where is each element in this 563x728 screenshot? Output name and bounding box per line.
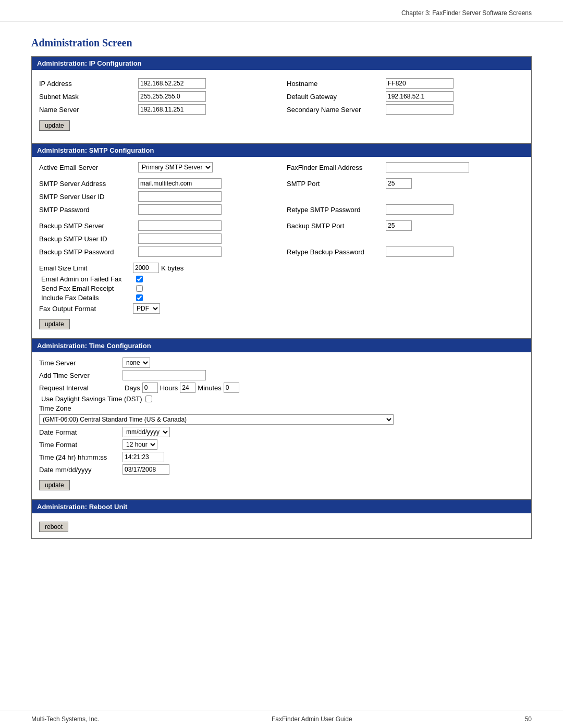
faxfinder-email-input[interactable] [386,162,469,172]
email-admin-failed-fax-label: Email Admin on Failed Fax [41,275,135,283]
smtp-password-col [138,204,276,215]
ip-config-panel: Administration: IP Configuration IP Addr… [31,56,532,143]
date-mmddyyyy-label: Date mm/dd/yyyy [39,466,123,474]
backup-smtp-row: Backup SMTP Server Backup SMTP Port [39,220,524,231]
ip-config-header: Administration: IP Configuration [32,57,531,70]
subnet-mask-label: Subnet Mask [39,93,138,101]
backup-smtp-password-input[interactable] [138,246,222,257]
time-24hr-input[interactable] [123,452,164,462]
request-interval-row: Request Interval Days Hours Minutes [39,382,524,393]
dst-checkbox[interactable] [145,396,152,402]
name-server-input-col [138,104,276,115]
smtp-server-address-col [138,178,276,189]
fax-output-format-row: Fax Output Format PDF TIFF [39,303,524,314]
backup-smtp-user-id-col [138,233,524,244]
backup-password-row: Backup SMTP Password Retype Backup Passw… [39,246,524,257]
time-server-select[interactable]: none [123,357,150,368]
email-admin-failed-fax-checkbox[interactable] [136,276,143,282]
backup-smtp-user-id-input[interactable] [138,233,222,244]
backup-smtp-server-input[interactable] [138,220,222,231]
name-server-input[interactable] [138,104,206,115]
hours-input[interactable] [180,382,195,393]
request-interval-label: Request Interval [39,384,123,392]
ip-address-label: IP Address [39,80,138,88]
time-format-select[interactable]: 12 hour 24 hour [123,439,157,450]
secondary-ns-input[interactable] [386,104,454,115]
ip-address-input[interactable] [138,78,206,89]
date-mmddyyyy-row: Date mm/dd/yyyy [39,464,524,475]
default-gateway-input-col [386,91,524,102]
page-footer: Multi-Tech Systems, Inc. FaxFinder Admin… [0,710,563,728]
name-server-label: Name Server [39,106,138,114]
reboot-header: Administration: Reboot Unit [32,500,531,513]
default-gateway-input[interactable] [386,91,454,102]
footer-left: Multi-Tech Systems, Inc. [31,715,99,723]
page-content: Administration Screen Administration: IP… [0,21,563,710]
minutes-label: Minutes [198,384,222,392]
nameserver-row: Name Server Secondary Name Server [39,104,524,115]
time-update-button[interactable]: update [39,480,70,490]
email-size-limit-input[interactable] [133,263,159,273]
hostname-input[interactable] [386,78,454,89]
timezone-label-row: Time Zone [39,404,524,412]
days-label: Days [125,384,140,392]
timezone-select-row: (GMT-06:00) Central Standard Time (US & … [39,414,524,425]
smtp-password-label: SMTP Password [39,206,138,214]
include-fax-details-row: Include Fax Details [39,294,524,302]
backup-smtp-port-col [386,220,524,231]
smtp-password-input[interactable] [138,204,222,215]
time-zone-select[interactable]: (GMT-06:00) Central Standard Time (US & … [39,414,394,425]
backup-smtp-user-id-label: Backup SMTP User ID [39,235,138,243]
reboot-body: reboot [32,513,531,538]
backup-smtp-password-label: Backup SMTP Password [39,248,138,256]
active-email-server-select[interactable]: Primary SMTP Server Backup SMTP Server [138,162,213,172]
retype-backup-password-col [386,246,524,257]
add-time-server-row: Add Time Server [39,370,524,380]
retype-backup-password-label: Retype Backup Password [287,248,386,256]
days-input[interactable] [142,382,158,393]
date-format-select[interactable]: mm/dd/yyyy dd/mm/yyyy [123,427,170,437]
kbytes-label: K bytes [161,264,183,272]
retype-smtp-password-label: Retype SMTP Password [287,206,386,214]
date-mmddyyyy-input[interactable] [123,464,169,475]
smtp-address-port-row: SMTP Server Address SMTP Port [39,178,524,189]
backup-smtp-port-input[interactable] [386,220,412,231]
add-time-server-input[interactable] [123,370,206,380]
backup-userid-row: Backup SMTP User ID [39,233,524,244]
smtp-port-label: SMTP Port [287,180,386,188]
send-fax-email-receipt-checkbox[interactable] [136,285,143,292]
ip-hostname-row: IP Address Hostname [39,78,524,89]
time-server-row: Time Server none [39,357,524,368]
smtp-port-input[interactable] [386,178,412,189]
subnet-gateway-row: Subnet Mask Default Gateway [39,91,524,102]
date-format-label: Date Format [39,428,123,436]
backup-smtp-server-col [138,220,276,231]
retype-backup-password-input[interactable] [386,246,454,257]
include-fax-details-checkbox[interactable] [136,294,143,301]
smtp-server-address-input[interactable] [138,178,222,189]
smtp-config-panel: Administration: SMTP Configuration Activ… [31,143,532,339]
hours-label: Hours [160,384,178,392]
smtp-user-id-col [138,191,524,202]
smtp-config-body: Active Email Server Primary SMTP Server … [32,157,531,338]
time-24hr-row: Time (24 hr) hh:mm:ss [39,452,524,462]
email-size-limit-row: Email Size Limit K bytes [39,263,524,273]
smtp-password-row: SMTP Password Retype SMTP Password [39,204,524,215]
page-title: Administration Screen [31,37,532,49]
dst-row: Use Daylight Savings Time (DST) [39,395,524,403]
subnet-mask-input[interactable] [138,91,206,102]
backup-smtp-server-label: Backup SMTP Server [39,222,138,230]
email-size-limit-label: Email Size Limit [39,264,133,272]
reboot-panel: Administration: Reboot Unit reboot [31,500,532,539]
smtp-update-button[interactable]: update [39,319,70,329]
fax-output-format-select[interactable]: PDF TIFF [133,303,160,314]
fax-output-format-label: Fax Output Format [39,305,133,313]
faxfinder-email-col [386,162,524,172]
ip-update-button[interactable]: update [39,120,70,131]
reboot-button[interactable]: reboot [39,522,68,532]
minutes-input[interactable] [224,382,239,393]
retype-smtp-password-input[interactable] [386,204,454,215]
smtp-user-id-input[interactable] [138,191,222,202]
time-format-row: Time Format 12 hour 24 hour [39,439,524,450]
email-admin-failed-fax-row: Email Admin on Failed Fax [39,275,524,283]
